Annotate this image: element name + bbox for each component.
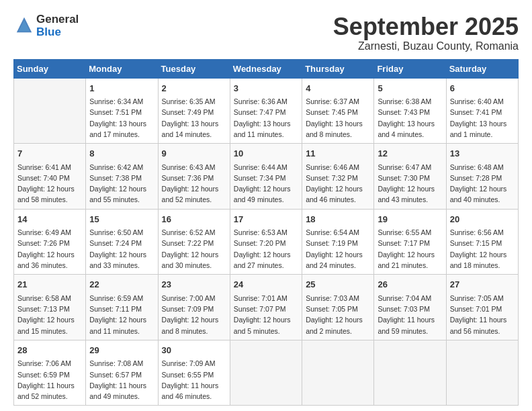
calendar-cell: 15Sunrise: 6:50 AM Sunset: 7:24 PM Dayli… xyxy=(86,209,158,275)
day-number: 15 xyxy=(89,213,154,226)
day-number: 17 xyxy=(234,213,298,226)
calendar-cell: 2Sunrise: 6:35 AM Sunset: 7:49 PM Daylig… xyxy=(158,78,230,144)
day-number: 23 xyxy=(162,278,226,291)
day-number: 1 xyxy=(89,82,154,95)
day-info: Sunrise: 6:35 AM Sunset: 7:49 PM Dayligh… xyxy=(162,96,226,140)
calendar-cell xyxy=(14,78,86,144)
day-number: 3 xyxy=(234,82,298,95)
calendar-cell xyxy=(374,340,446,406)
calendar-cell: 18Sunrise: 6:54 AM Sunset: 7:19 PM Dayli… xyxy=(302,209,374,275)
day-info: Sunrise: 6:55 AM Sunset: 7:17 PM Dayligh… xyxy=(378,227,442,271)
calendar-cell: 14Sunrise: 6:49 AM Sunset: 7:26 PM Dayli… xyxy=(14,209,86,275)
day-number: 4 xyxy=(306,82,370,95)
weekday-header-sunday: Sunday xyxy=(14,59,86,78)
logo: General Blue xyxy=(13,13,79,38)
weekday-header-saturday: Saturday xyxy=(446,59,518,78)
day-number: 2 xyxy=(162,82,226,95)
day-info: Sunrise: 6:36 AM Sunset: 7:47 PM Dayligh… xyxy=(234,96,298,140)
day-number: 11 xyxy=(306,147,370,161)
calendar-cell: 16Sunrise: 6:52 AM Sunset: 7:22 PM Dayli… xyxy=(158,209,230,275)
day-info: Sunrise: 6:54 AM Sunset: 7:19 PM Dayligh… xyxy=(306,227,370,271)
day-number: 16 xyxy=(162,213,226,226)
day-number: 10 xyxy=(234,147,298,161)
day-info: Sunrise: 7:03 AM Sunset: 7:05 PM Dayligh… xyxy=(306,293,370,336)
calendar-cell: 8Sunrise: 6:42 AM Sunset: 7:38 PM Daylig… xyxy=(86,144,158,210)
day-number: 18 xyxy=(306,213,370,226)
calendar-table: SundayMondayTuesdayWednesdayThursdayFrid… xyxy=(13,59,519,406)
calendar-cell: 9Sunrise: 6:43 AM Sunset: 7:36 PM Daylig… xyxy=(158,144,230,210)
day-info: Sunrise: 6:44 AM Sunset: 7:34 PM Dayligh… xyxy=(234,162,298,205)
day-info: Sunrise: 7:01 AM Sunset: 7:07 PM Dayligh… xyxy=(234,293,298,336)
day-info: Sunrise: 6:48 AM Sunset: 7:28 PM Dayligh… xyxy=(450,162,515,205)
day-number: 7 xyxy=(17,147,82,161)
calendar-cell: 19Sunrise: 6:55 AM Sunset: 7:17 PM Dayli… xyxy=(374,209,446,275)
month-title: September 2025 xyxy=(333,13,519,40)
day-number: 25 xyxy=(306,278,370,291)
day-info: Sunrise: 6:40 AM Sunset: 7:41 PM Dayligh… xyxy=(450,96,515,140)
weekday-header-thursday: Thursday xyxy=(302,59,374,78)
day-info: Sunrise: 7:09 AM Sunset: 6:55 PM Dayligh… xyxy=(162,358,226,402)
calendar-cell: 12Sunrise: 6:47 AM Sunset: 7:30 PM Dayli… xyxy=(374,144,446,210)
day-info: Sunrise: 6:46 AM Sunset: 7:32 PM Dayligh… xyxy=(306,162,370,205)
calendar-cell: 6Sunrise: 6:40 AM Sunset: 7:41 PM Daylig… xyxy=(446,78,518,144)
calendar-cell: 17Sunrise: 6:53 AM Sunset: 7:20 PM Dayli… xyxy=(230,209,302,275)
day-number: 26 xyxy=(378,278,442,291)
day-number: 12 xyxy=(378,147,442,161)
day-number: 19 xyxy=(378,213,442,226)
day-info: Sunrise: 7:00 AM Sunset: 7:09 PM Dayligh… xyxy=(162,293,226,336)
day-info: Sunrise: 6:47 AM Sunset: 7:30 PM Dayligh… xyxy=(378,162,442,205)
calendar-cell: 21Sunrise: 6:58 AM Sunset: 7:13 PM Dayli… xyxy=(14,275,86,340)
day-info: Sunrise: 6:49 AM Sunset: 7:26 PM Dayligh… xyxy=(17,227,82,271)
day-number: 24 xyxy=(234,278,298,291)
calendar-cell: 20Sunrise: 6:56 AM Sunset: 7:15 PM Dayli… xyxy=(446,209,518,275)
day-info: Sunrise: 7:06 AM Sunset: 6:59 PM Dayligh… xyxy=(17,358,82,402)
day-info: Sunrise: 7:05 AM Sunset: 7:01 PM Dayligh… xyxy=(450,293,515,336)
calendar-cell: 26Sunrise: 7:04 AM Sunset: 7:03 PM Dayli… xyxy=(374,275,446,340)
day-info: Sunrise: 6:56 AM Sunset: 7:15 PM Dayligh… xyxy=(450,227,515,271)
calendar-cell: 24Sunrise: 7:01 AM Sunset: 7:07 PM Dayli… xyxy=(230,275,302,340)
weekday-header-friday: Friday xyxy=(374,59,446,78)
calendar-cell: 27Sunrise: 7:05 AM Sunset: 7:01 PM Dayli… xyxy=(446,275,518,340)
calendar-cell: 23Sunrise: 7:00 AM Sunset: 7:09 PM Dayli… xyxy=(158,275,230,340)
calendar-cell: 29Sunrise: 7:08 AM Sunset: 6:57 PM Dayli… xyxy=(86,340,158,406)
calendar-cell: 3Sunrise: 6:36 AM Sunset: 7:47 PM Daylig… xyxy=(230,78,302,144)
calendar-cell xyxy=(302,340,374,406)
day-number: 8 xyxy=(89,147,154,161)
calendar-cell: 1Sunrise: 6:34 AM Sunset: 7:51 PM Daylig… xyxy=(86,78,158,144)
day-number: 9 xyxy=(162,147,226,161)
day-number: 22 xyxy=(89,278,154,291)
day-number: 30 xyxy=(162,344,226,357)
calendar-cell xyxy=(446,340,518,406)
calendar-cell: 11Sunrise: 6:46 AM Sunset: 7:32 PM Dayli… xyxy=(302,144,374,210)
calendar-cell: 28Sunrise: 7:06 AM Sunset: 6:59 PM Dayli… xyxy=(14,340,86,406)
weekday-header-wednesday: Wednesday xyxy=(230,59,302,78)
calendar-cell: 30Sunrise: 7:09 AM Sunset: 6:55 PM Dayli… xyxy=(158,340,230,406)
calendar-cell xyxy=(230,340,302,406)
calendar-cell: 10Sunrise: 6:44 AM Sunset: 7:34 PM Dayli… xyxy=(230,144,302,210)
day-info: Sunrise: 6:59 AM Sunset: 7:11 PM Dayligh… xyxy=(89,293,154,336)
day-info: Sunrise: 6:58 AM Sunset: 7:13 PM Dayligh… xyxy=(17,293,82,336)
day-info: Sunrise: 6:52 AM Sunset: 7:22 PM Dayligh… xyxy=(162,227,226,271)
day-number: 20 xyxy=(450,213,515,226)
day-number: 5 xyxy=(378,82,442,95)
day-info: Sunrise: 6:38 AM Sunset: 7:43 PM Dayligh… xyxy=(378,96,442,140)
day-number: 14 xyxy=(17,213,82,226)
day-info: Sunrise: 6:42 AM Sunset: 7:38 PM Dayligh… xyxy=(89,162,154,205)
day-info: Sunrise: 6:43 AM Sunset: 7:36 PM Dayligh… xyxy=(162,162,226,205)
title-block: September 2025 Zarnesti, Buzau County, R… xyxy=(333,13,519,52)
day-info: Sunrise: 6:41 AM Sunset: 7:40 PM Dayligh… xyxy=(17,162,82,205)
weekday-header-monday: Monday xyxy=(86,59,158,78)
day-info: Sunrise: 6:53 AM Sunset: 7:20 PM Dayligh… xyxy=(234,227,298,271)
day-number: 13 xyxy=(450,147,515,161)
day-info: Sunrise: 6:34 AM Sunset: 7:51 PM Dayligh… xyxy=(89,96,154,140)
logo-general: General xyxy=(36,13,79,26)
day-info: Sunrise: 6:50 AM Sunset: 7:24 PM Dayligh… xyxy=(89,227,154,271)
day-number: 6 xyxy=(450,82,515,95)
day-number: 27 xyxy=(450,278,515,291)
logo-blue: Blue xyxy=(36,26,79,39)
calendar-cell: 25Sunrise: 7:03 AM Sunset: 7:05 PM Dayli… xyxy=(302,275,374,340)
day-info: Sunrise: 7:04 AM Sunset: 7:03 PM Dayligh… xyxy=(378,293,442,336)
calendar-cell: 13Sunrise: 6:48 AM Sunset: 7:28 PM Dayli… xyxy=(446,144,518,210)
location-title: Zarnesti, Buzau County, Romania xyxy=(333,40,519,52)
day-info: Sunrise: 7:08 AM Sunset: 6:57 PM Dayligh… xyxy=(89,358,154,402)
